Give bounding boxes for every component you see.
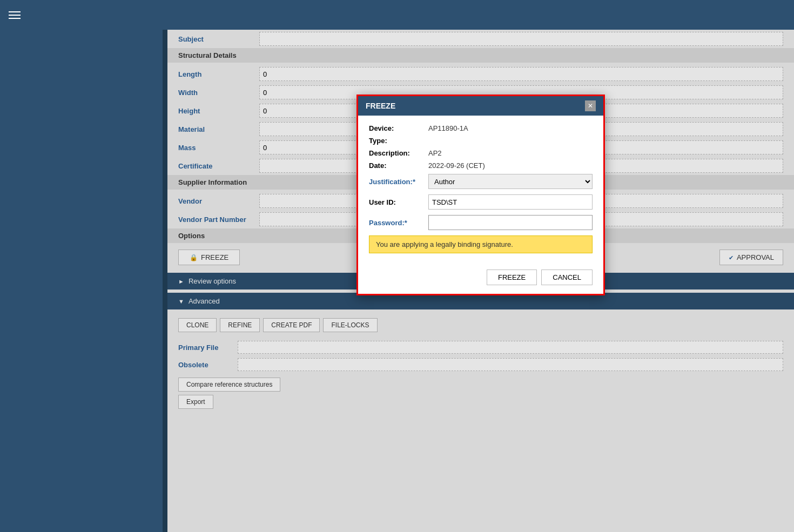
modal-freeze-button[interactable]: FREEZE [487,270,537,285]
modal-description-label: Description: [369,149,428,157]
modal-cancel-button[interactable]: CANCEL [541,270,593,285]
modal-body: Device: AP11890-1A Type: Description: AP… [358,116,603,270]
modal-justification-row: Justification:* Author Reviewer Approver [369,174,593,189]
modal-footer: FREEZE CANCEL [358,270,603,294]
modal-close-button[interactable]: ✕ [585,100,596,111]
modal-device-value: AP11890-1A [428,124,468,132]
user-id-input[interactable] [428,194,593,210]
modal-password-label: Password:* [369,219,428,227]
modal-userid-row: User ID: [369,194,593,210]
topbar [0,0,794,30]
modal-title: FREEZE [366,102,395,110]
modal-header: FREEZE ✕ [358,96,603,116]
modal-date-label: Date: [369,161,428,170]
password-input[interactable] [428,215,593,230]
modal-justification-label: Justification:* [369,178,428,186]
sidebar-scrollbar[interactable] [163,30,167,532]
main-content: Subject Structural Details Length 0 Widt… [167,30,794,532]
modal-overlay: FREEZE ✕ Device: AP11890-1A Type: Descri… [167,30,794,532]
modal-device-label: Device: [369,124,428,132]
modal-userid-label: User ID: [369,198,428,206]
sidebar [0,30,167,532]
modal-type-label: Type: [369,137,428,145]
freeze-modal: FREEZE ✕ Device: AP11890-1A Type: Descri… [356,95,605,295]
modal-description-row: Description: AP2 [369,149,593,157]
modal-type-row: Type: [369,137,593,145]
justification-select[interactable]: Author Reviewer Approver [428,174,593,189]
modal-device-row: Device: AP11890-1A [369,124,593,132]
modal-password-row: Password:* [369,215,593,230]
hamburger-button[interactable] [9,11,21,19]
modal-warning: You are applying a legally binding signa… [369,235,593,253]
modal-date-value: 2022-09-26 (CET) [428,161,485,170]
modal-date-row: Date: 2022-09-26 (CET) [369,161,593,170]
modal-description-value: AP2 [428,149,442,157]
